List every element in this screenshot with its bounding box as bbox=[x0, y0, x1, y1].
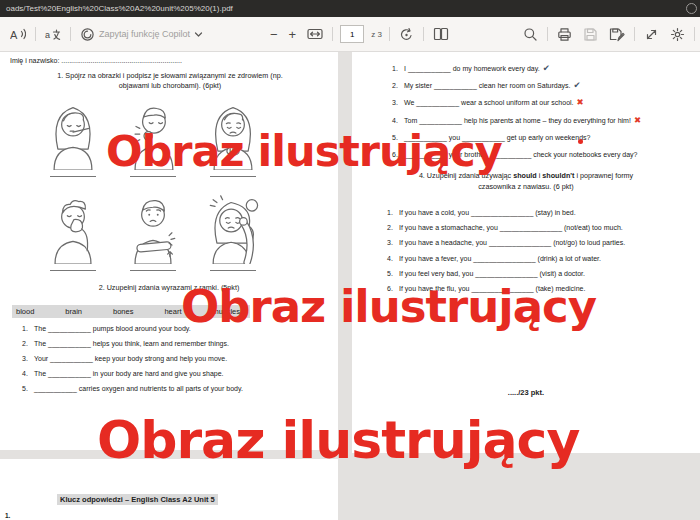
sentence-row: 4.Tom ___________ help his parents at ho… bbox=[392, 112, 641, 129]
sentence-row: 6.If you have the flu, you _____________… bbox=[387, 281, 625, 296]
browser-titlebar: oads/Test%20English%20Class%20A2%20unit%… bbox=[0, 0, 700, 17]
pdf-page-3: Klucz odpowiedzi – English Class A2 Unit… bbox=[0, 459, 338, 520]
sentence-row: 1.If you have a cold, you ______________… bbox=[387, 205, 625, 220]
sentence-row: 2.My sister ___________ clean her room o… bbox=[392, 77, 641, 94]
sentence-row: 5.___________ you ___________ get up ear… bbox=[392, 129, 641, 146]
save-button bbox=[581, 25, 600, 44]
page-view-button[interactable] bbox=[431, 25, 451, 43]
sentence-row: 5.If you feel very bad, you ____________… bbox=[387, 266, 625, 281]
illustration-row-2 bbox=[42, 194, 264, 271]
illustration-girl-thermometer-fever bbox=[42, 100, 104, 177]
word-box: bloodbrainbonesheartmuscles bbox=[12, 305, 250, 318]
page-count-label: z 3 bbox=[371, 30, 382, 39]
illustration-boy-coughing bbox=[122, 100, 184, 177]
answer-blank bbox=[50, 172, 96, 177]
sentence-row: 4.If you have a fever, you _____________… bbox=[387, 251, 625, 266]
sentence-row: 2.If you have a stomachache, you _______… bbox=[387, 220, 625, 235]
pdf-page-2: 1.I ___________ do my homework every day… bbox=[352, 52, 700, 453]
page3-list-start: 1. bbox=[5, 512, 10, 519]
chevron-down-icon bbox=[194, 30, 203, 39]
task1-heading: 1. Spójrz na obrazki i podpisz je słowam… bbox=[28, 71, 312, 91]
pdf-page-1: Imię i nazwisko: .......................… bbox=[0, 52, 338, 450]
illustration-row-1 bbox=[42, 100, 264, 177]
page-number-input[interactable] bbox=[340, 25, 364, 43]
sentence-row: 3.We ___________ wear a school uniform a… bbox=[392, 94, 641, 111]
print-button[interactable] bbox=[555, 25, 574, 44]
sentence-row: 4.The ___________ in your body are hard … bbox=[22, 366, 243, 381]
illustration-girl-sore-throat bbox=[202, 100, 264, 177]
sentence-row: 6.___________ your brother ___________ c… bbox=[392, 146, 641, 163]
answer-blank bbox=[210, 172, 256, 177]
page-view-icon bbox=[433, 27, 449, 41]
rotate-icon bbox=[399, 27, 414, 42]
illustration-woman-headache bbox=[202, 194, 264, 271]
answer-mark-icon: ✖ bbox=[634, 115, 641, 125]
print-icon bbox=[557, 27, 572, 42]
name-line: Imię i nazwisko: .......................… bbox=[10, 57, 182, 64]
fullscreen-button[interactable] bbox=[642, 25, 661, 44]
sentence-row: 1.I ___________ do my homework every day… bbox=[392, 60, 641, 77]
search-icon bbox=[523, 27, 538, 42]
fit-to-width-button[interactable] bbox=[305, 25, 325, 43]
rotate-button[interactable] bbox=[397, 25, 416, 44]
copilot-icon bbox=[80, 27, 95, 42]
zoom-in-button[interactable]: + bbox=[287, 26, 299, 43]
copilot-label: Zapytaj funkcję Copilot bbox=[99, 29, 190, 39]
copilot-button[interactable]: Zapytaj funkcję Copilot bbox=[78, 25, 205, 44]
zoom-in-icon: + bbox=[289, 28, 297, 41]
browser-badge-icon bbox=[686, 3, 697, 14]
translate-button[interactable]: a bbox=[43, 25, 63, 44]
read-aloud-icon: A bbox=[10, 27, 26, 42]
answer-mark-icon: ✔ bbox=[543, 63, 550, 73]
answer-blank bbox=[50, 266, 96, 271]
settings-gear-icon bbox=[670, 27, 685, 42]
sentence-row: 2.The ___________ helps you think, learn… bbox=[22, 336, 243, 351]
task2-heading: 2. Uzupełnij zdania wyrazami z ramki. (5… bbox=[0, 283, 338, 292]
zoom-out-button[interactable]: − bbox=[268, 26, 280, 43]
illustration-boy-stomachache bbox=[122, 194, 184, 271]
answer-mark-icon: ✔ bbox=[574, 80, 581, 90]
word-box-item: blood bbox=[16, 307, 34, 316]
word-box-item: bones bbox=[113, 307, 133, 316]
save-as-icon bbox=[609, 27, 625, 42]
translate-icon: a bbox=[45, 27, 61, 42]
zoom-out-icon: − bbox=[270, 28, 278, 41]
read-aloud-button[interactable]: A bbox=[8, 25, 28, 44]
svg-text:a: a bbox=[45, 30, 50, 40]
task2-sentences: 1.The ___________ pumps blood around you… bbox=[22, 321, 243, 396]
sentence-row: 3.Your ___________ keep your body strong… bbox=[22, 351, 243, 366]
answer-blank bbox=[210, 266, 256, 271]
answer-key-heading: Klucz odpowiedzi – English Class A2 Unit… bbox=[57, 494, 218, 505]
sentence-row: 3.If you have a headache, you __________… bbox=[387, 235, 625, 250]
illustration-boy-blowing-nose bbox=[42, 194, 104, 271]
word-box-item: muscles bbox=[212, 307, 240, 316]
answer-mark-icon: ✖ bbox=[577, 97, 584, 107]
task3-sentences: 1.I ___________ do my homework every day… bbox=[392, 60, 641, 163]
pdf-title: oads/Test%20English%20Class%20A2%20unit%… bbox=[6, 4, 233, 13]
task4-sentences: 1.If you have a cold, you ______________… bbox=[387, 205, 625, 296]
word-box-item: brain bbox=[65, 307, 82, 316]
pdf-toolbar: A a Zapytaj funkcję Copilot − bbox=[0, 17, 700, 52]
task4-heading: 4. Uzupełnij zdania używając should i sh… bbox=[372, 170, 680, 192]
answer-blank bbox=[130, 172, 176, 177]
score-label: ...../23 pkt. bbox=[352, 388, 700, 397]
fit-to-width-icon bbox=[307, 27, 323, 41]
answer-blank bbox=[130, 266, 176, 271]
pdf-viewport[interactable]: Imię i nazwisko: .......................… bbox=[0, 52, 700, 520]
fullscreen-icon bbox=[644, 27, 659, 42]
save-as-button[interactable] bbox=[607, 25, 627, 44]
watermark-fragment-dot bbox=[578, 139, 583, 144]
sentence-row: 5.___________ carries oxygen and nutrien… bbox=[22, 381, 243, 396]
word-box-item: heart bbox=[164, 307, 181, 316]
search-button[interactable] bbox=[521, 25, 540, 44]
sentence-row: 1.The ___________ pumps blood around you… bbox=[22, 321, 243, 336]
settings-button[interactable] bbox=[668, 25, 687, 44]
save-icon bbox=[583, 27, 598, 42]
svg-text:A: A bbox=[10, 29, 18, 41]
